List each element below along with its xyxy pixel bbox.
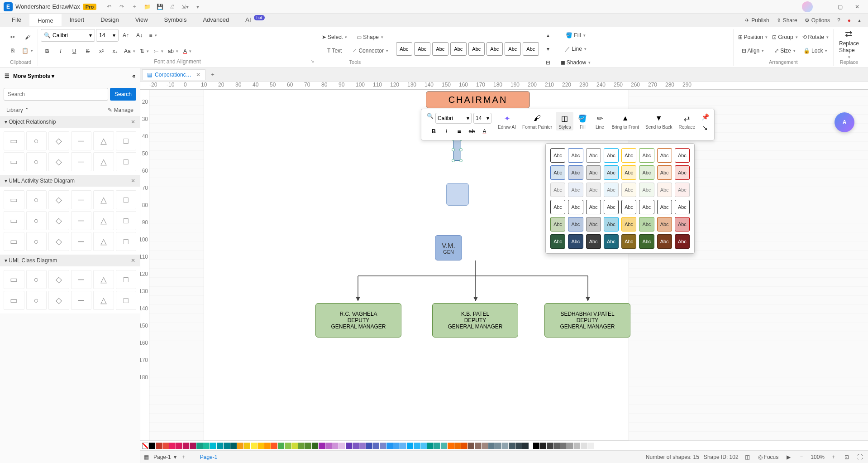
float-italic[interactable]: I (441, 126, 452, 136)
shape-thumbnail[interactable]: ▭ (4, 190, 24, 209)
color-swatch[interactable] (217, 443, 223, 449)
color-swatch[interactable] (312, 443, 318, 449)
save-button[interactable]: 💾 (154, 1, 165, 12)
color-swatch[interactable] (522, 443, 529, 449)
format-painter-button[interactable]: 🖌 (20, 31, 35, 43)
gray-swatch[interactable] (581, 443, 587, 449)
page-grid-icon[interactable]: ▦ (144, 454, 149, 460)
color-swatch[interactable] (482, 443, 488, 449)
replace-shape-button[interactable]: ⇄ Replace Shape (836, 30, 862, 58)
color-swatch[interactable] (393, 443, 400, 449)
presentation-button[interactable]: ▶ (785, 453, 792, 461)
export-button[interactable]: ⇲▾ (180, 1, 191, 12)
color-swatch[interactable] (468, 443, 474, 449)
gray-swatch[interactable] (553, 443, 560, 449)
style-option[interactable]: Abc (639, 165, 654, 180)
style-option[interactable]: Abc (621, 148, 636, 163)
style-option[interactable]: Abc (604, 183, 619, 197)
bullets-button[interactable]: ≔ (152, 45, 165, 58)
add-tab-button[interactable]: ＋ (207, 69, 218, 80)
menu-tab-symbols[interactable]: Symbols (156, 14, 195, 26)
style-option[interactable]: Abc (675, 148, 690, 163)
increase-font-button[interactable]: A↑ (119, 29, 132, 42)
color-swatch[interactable] (441, 443, 447, 449)
color-swatch[interactable] (176, 443, 182, 449)
redo-button[interactable]: ↷ (116, 1, 127, 12)
options-button[interactable]: ⚙Options (801, 15, 834, 25)
color-swatch[interactable] (291, 443, 298, 449)
style-option[interactable]: Abc (675, 217, 690, 232)
line-button[interactable]: ／Line (559, 43, 592, 55)
shape-thumbnail[interactable]: ○ (26, 152, 47, 171)
float-align[interactable]: ≡ (454, 126, 465, 136)
shape-thumbnail[interactable]: ○ (26, 131, 47, 150)
style-option[interactable]: Abc (550, 148, 565, 163)
shadow-button[interactable]: ◼Shadow (559, 56, 592, 69)
color-swatch[interactable] (190, 443, 196, 449)
shape-thumbnail[interactable]: ◇ (48, 232, 69, 251)
connector-tool[interactable]: ⟋Connector (350, 44, 390, 57)
style-option[interactable]: Abc (604, 148, 619, 163)
shape-thumbnail[interactable]: ○ (26, 270, 47, 289)
shape-thumbnail[interactable]: □ (116, 152, 137, 171)
style-option[interactable]: Abc (550, 165, 565, 180)
float-font-select[interactable]: Calibri▾ (435, 113, 472, 124)
color-swatch[interactable] (251, 443, 257, 449)
bold-button[interactable]: B (41, 45, 53, 58)
color-swatch[interactable] (380, 443, 386, 449)
float-bold[interactable]: B (429, 126, 439, 136)
float-size-select[interactable]: 14▾ (473, 113, 491, 124)
style-option[interactable]: Abc (639, 200, 654, 214)
style-option[interactable]: Abc (621, 200, 636, 214)
style-swatch[interactable]: Abc (468, 42, 485, 56)
gray-swatch[interactable] (594, 443, 601, 449)
collapse-panel-button[interactable]: « (132, 73, 135, 79)
layers-button[interactable]: ◫ (743, 453, 752, 461)
style-option[interactable]: Abc (639, 217, 654, 232)
style-option[interactable]: Abc (604, 217, 619, 232)
style-option[interactable]: Abc (657, 234, 672, 249)
user-avatar[interactable] (802, 1, 813, 12)
shape-thumbnail[interactable]: □ (116, 232, 137, 251)
section-header[interactable]: ▾ Object Relationship✕ (0, 116, 140, 128)
gray-swatch[interactable] (560, 443, 567, 449)
deputy-box-1[interactable]: R.C. VAGHELA DEPUTY GENERAL MANAGER (315, 303, 401, 338)
color-swatch[interactable] (169, 443, 176, 449)
style-option[interactable]: Abc (586, 148, 601, 163)
shape-thumbnail[interactable]: ◇ (48, 190, 69, 209)
menu-tab-advanced[interactable]: Advanced (195, 14, 237, 26)
color-swatch[interactable] (502, 443, 508, 449)
nofill-icon[interactable] (142, 443, 148, 449)
shape-thumbnail[interactable]: △ (93, 152, 114, 171)
color-swatch[interactable] (183, 443, 189, 449)
color-swatch[interactable] (495, 443, 501, 449)
float-replace[interactable]: ⇄Replace (676, 112, 698, 130)
color-swatch[interactable] (325, 443, 332, 449)
print-button[interactable]: 🖨 (167, 1, 178, 12)
italic-button[interactable]: I (54, 45, 67, 58)
fill-button[interactable]: 🪣Fill (559, 29, 592, 42)
shape-thumbnail[interactable]: △ (93, 211, 114, 230)
position-button[interactable]: ⊞Position (736, 31, 770, 43)
style-option[interactable]: Abc (550, 234, 565, 249)
style-option[interactable]: Abc (657, 217, 672, 232)
color-swatch[interactable] (339, 443, 345, 449)
color-swatch[interactable] (224, 443, 230, 449)
focus-button[interactable]: ◎ Focus (756, 453, 781, 461)
menu-tab-view[interactable]: View (127, 14, 156, 26)
float-bring-front[interactable]: ▲Bring to Front (609, 112, 642, 130)
shape-thumbnail[interactable]: ○ (26, 291, 47, 310)
style-option[interactable]: Abc (621, 183, 636, 197)
color-swatch[interactable] (488, 443, 495, 449)
style-option[interactable]: Abc (550, 217, 565, 232)
shape-thumbnail[interactable]: ▭ (4, 211, 24, 230)
color-swatch[interactable] (475, 443, 481, 449)
align-text-button[interactable]: ≡ (147, 29, 159, 42)
gray-swatch[interactable] (587, 443, 594, 449)
style-option[interactable]: Abc (568, 183, 583, 197)
color-swatch[interactable] (515, 443, 522, 449)
shape-thumbnail[interactable]: □ (116, 270, 137, 289)
color-swatch[interactable] (264, 443, 271, 449)
shape-thumbnail[interactable]: ◇ (48, 152, 69, 171)
color-swatch[interactable] (149, 443, 155, 449)
